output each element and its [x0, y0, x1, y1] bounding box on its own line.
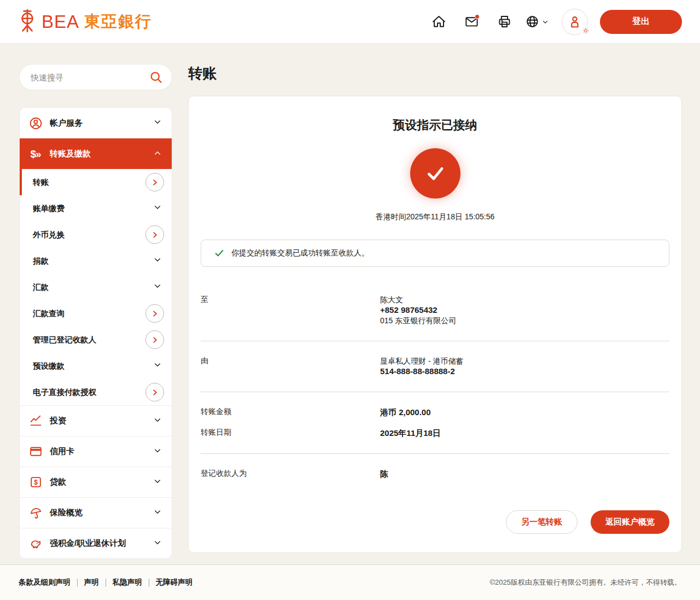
main-content: 转账 预设指示已接纳 香港时间2025年11月18日 15:05:56 你提交的… — [188, 64, 682, 559]
sidebar-menu: 帐户服务 $» 转账及缴款 转账 — [19, 107, 172, 559]
payee-bank: 015 东亚银行有限公司 — [380, 316, 456, 325]
language-selector[interactable] — [524, 9, 550, 34]
sidebar-item-mpf[interactable]: 强积金/职业退休计划 — [20, 528, 172, 558]
quick-search — [19, 64, 172, 90]
amount-value: 港币 2,000.00 — [380, 407, 431, 418]
sidebar-subitem-edda[interactable]: 电子直接付款授权 — [20, 379, 172, 405]
submenu-label: 捐款 — [33, 256, 153, 266]
amount-label: 转账金额 — [201, 407, 380, 418]
submenu-label: 预设缴款 — [33, 361, 153, 371]
chevron-down-icon — [153, 477, 162, 488]
logo-text-chinese: 東亞銀行 — [84, 11, 152, 33]
sidebar-subitem-manage-payees[interactable]: 管理已登记收款人 — [20, 327, 172, 353]
submenu-label: 汇款查询 — [33, 308, 145, 319]
svg-text:$: $ — [34, 479, 38, 486]
search-icon — [149, 71, 163, 84]
sidebar: 帐户服务 $» 转账及缴款 转账 — [19, 64, 172, 559]
chevron-down-icon — [541, 18, 549, 26]
back-to-overview-button[interactable]: 返回账户概览 — [591, 510, 669, 534]
menu-label: 强积金/职业退休计划 — [50, 538, 146, 549]
chevron-down-icon — [153, 360, 164, 371]
print-icon[interactable] — [492, 9, 517, 34]
user-icon — [568, 15, 582, 29]
divider — [149, 579, 149, 587]
sidebar-item-insurance[interactable]: 保险概览 — [20, 497, 172, 528]
from-account-name: 显卓私人理财 - 港币储蓄 — [380, 356, 463, 366]
globe-icon — [526, 14, 540, 29]
sidebar-item-loans[interactable]: $ 贷款 — [20, 467, 172, 497]
arrow-right-circle-icon — [145, 173, 164, 191]
chevron-down-icon — [153, 416, 162, 427]
divider — [77, 579, 78, 587]
logo-text-bea: BEA — [42, 11, 79, 32]
footer-link-terms[interactable]: 条款及细则声明 — [19, 578, 71, 587]
mail-icon[interactable] — [459, 9, 484, 34]
detail-group-payee-registered: 登记收款人为 陈 — [201, 454, 669, 494]
menu-label: 转账及缴款 — [50, 149, 146, 159]
confirmation-card: 预设指示已接纳 香港时间2025年11月18日 15:05:56 你提交的转账交… — [188, 96, 682, 553]
search-button[interactable] — [149, 71, 163, 84]
payee-phone: +852 98765432 — [380, 305, 456, 316]
bea-logo[interactable]: BEA 東亞銀行 — [18, 8, 152, 36]
submenu-label: 电子直接付款授权 — [33, 387, 145, 398]
sidebar-subitem-preset-payment[interactable]: 预设缴款 — [20, 353, 172, 379]
menu-label: 贷款 — [50, 477, 146, 487]
arrow-right-circle-icon — [145, 330, 164, 349]
sidebar-item-transfers-payments[interactable]: $» 转账及缴款 — [20, 138, 172, 169]
to-label: 至 — [201, 295, 380, 326]
transaction-timestamp: 香港时间2025年11月18日 15:05:56 — [201, 212, 669, 222]
menu-label: 投资 — [50, 416, 146, 426]
payee-name: 陈大文 — [380, 295, 456, 305]
success-message-banner: 你提交的转账交易已成功转账至收款人。 — [201, 240, 669, 267]
sidebar-subitem-bill-payment[interactable]: 账单缴费 — [20, 195, 172, 222]
registered-payee-value: 陈 — [380, 469, 388, 480]
sidebar-subitem-remittance-enquiry[interactable]: 汇款查询 — [20, 300, 172, 327]
loan-dollar-icon: $ — [28, 475, 43, 490]
another-transfer-button[interactable]: 另一笔转账 — [506, 510, 578, 534]
arrow-right-circle-icon — [145, 304, 164, 323]
detail-group-from: 由 显卓私人理财 - 港币储蓄 514-888-88-88888-2 — [201, 341, 669, 392]
sidebar-subitem-donation[interactable]: 捐款 — [20, 248, 172, 274]
detail-group-amount-date: 转账金额 港币 2,000.00 转账日期 2025年11月18日 — [201, 392, 669, 454]
transfer-details: 至 陈大文 +852 98765432 015 东亚银行有限公司 由 显卓私人理… — [201, 280, 669, 494]
submenu-label: 管理已登记收款人 — [33, 335, 145, 345]
success-message-text: 你提交的转账交易已成功转账至收款人。 — [231, 248, 369, 258]
arrow-right-circle-icon — [145, 225, 164, 244]
sidebar-item-account-services[interactable]: 帐户服务 — [20, 108, 172, 138]
footer-link-accessibility[interactable]: 无障碍声明 — [156, 578, 193, 587]
sidebar-item-investments[interactable]: 投资 — [20, 405, 172, 436]
search-input[interactable] — [31, 73, 149, 82]
arrow-right-circle-icon — [145, 383, 164, 401]
chevron-down-icon — [153, 255, 164, 266]
sidebar-subitem-fx-exchange[interactable]: 外币兑换 — [20, 222, 172, 248]
footer-link-privacy[interactable]: 私隐声明 — [113, 578, 142, 587]
sidebar-subitem-remittance[interactable]: 汇款 — [20, 274, 172, 300]
piggy-bank-icon — [28, 537, 43, 551]
from-account-number: 514-888-88-88888-2 — [380, 366, 463, 377]
footer: 条款及细则声明 声明 私隐声明 无障碍声明 ©2025版权由东亚银行有限公司拥有… — [0, 564, 700, 600]
top-header: BEA 東亞銀行 — [0, 0, 700, 44]
insurance-umbrella-icon — [28, 506, 43, 520]
footer-link-disclaimer[interactable]: 声明 — [84, 578, 99, 587]
sidebar-item-credit-card[interactable]: 信用卡 — [20, 436, 172, 467]
submenu-label: 汇款 — [33, 282, 153, 293]
date-label: 转账日期 — [201, 428, 380, 439]
profile-avatar[interactable] — [562, 9, 588, 35]
sidebar-subitem-transfer[interactable]: 转账 — [20, 169, 172, 195]
submenu-label: 账单缴费 — [33, 203, 153, 214]
settings-gear-icon — [581, 26, 591, 36]
submenu-label: 转账 — [33, 177, 145, 188]
detail-group-to: 至 陈大文 +852 98765432 015 东亚银行有限公司 — [201, 280, 669, 341]
mail-notification-dot — [475, 14, 480, 19]
home-icon[interactable] — [426, 9, 451, 34]
chevron-up-icon — [153, 149, 162, 160]
chevron-down-icon — [153, 508, 162, 519]
chevron-down-icon — [153, 282, 164, 293]
logout-button[interactable]: 登出 — [600, 10, 682, 34]
success-check-icon — [410, 148, 460, 199]
credit-card-icon — [28, 445, 43, 459]
date-value: 2025年11月18日 — [380, 428, 441, 439]
registered-payee-label: 登记收款人为 — [201, 469, 380, 480]
chevron-down-icon — [153, 118, 162, 129]
account-icon — [28, 116, 43, 130]
